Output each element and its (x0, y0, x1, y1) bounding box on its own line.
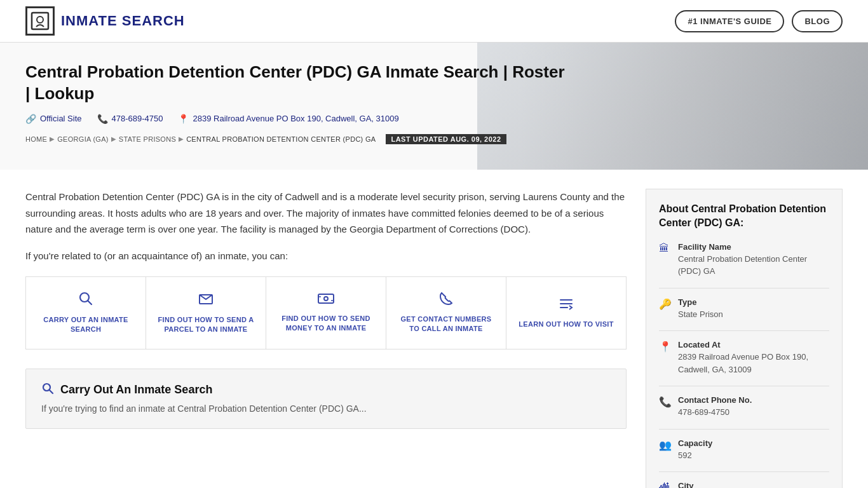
address-item: 📍 2839 Railroad Avenue PO Box 190, Cadwe… (178, 114, 398, 124)
divider-3 (659, 386, 829, 386)
svg-point-1 (37, 17, 43, 23)
phone-call-icon (439, 292, 453, 308)
section-title: Carry Out An Inmate Search (60, 383, 212, 396)
info-row-phone: 📞 Contact Phone No. 478-689-4750 (659, 395, 829, 419)
description-p2: If you're related to (or an acquaintance… (25, 248, 627, 264)
breadcrumb-sep-1: ▶ (50, 135, 55, 142)
breadcrumb-category[interactable]: STATE PRISONS (119, 135, 176, 143)
facility-icon: 🏛 (659, 243, 672, 254)
logo-label: INMATE SEARCH (61, 13, 185, 29)
section-search-icon (41, 382, 54, 398)
type-label: Type (678, 297, 723, 307)
city-icon: 🏙 (659, 482, 672, 488)
hero-meta: 🔗 Official Site 📞 478-689-4750 📍 2839 Ra… (25, 114, 843, 124)
inmate-search-section: Carry Out An Inmate Search If you're try… (25, 369, 627, 429)
left-column: Central Probation Detention Center (PDC)… (25, 189, 627, 488)
info-row-city: 🏙 City Cadwell (659, 481, 829, 488)
action-card-parcel-label: FIND OUT HOW TO SEND A PARCEL TO AN INMA… (155, 315, 257, 335)
sidebar-title: About Central Probation Detention Center… (659, 202, 829, 231)
info-row-type: 🔑 Type State Prison (659, 297, 829, 321)
action-card-search-label: CARRY OUT AN INMATE SEARCH (35, 315, 137, 335)
section-body: If you're trying to find an inmate at Ce… (41, 402, 611, 416)
type-icon: 🔑 (659, 298, 672, 310)
city-label: City (678, 481, 707, 488)
action-card-visit[interactable]: LEARN OUT HOW TO VISIT (506, 277, 626, 349)
description-p1: Central Probation Detention Center (PDC)… (25, 189, 627, 238)
blog-button[interactable]: BLOG (792, 10, 843, 32)
description: Central Probation Detention Center (PDC)… (25, 189, 627, 264)
sidebar-box: About Central Probation Detention Center… (646, 189, 843, 488)
capacity-value: 592 (678, 449, 712, 462)
action-card-money-label: FIND OUT HOW TO SEND MONEY TO AN INMATE (275, 314, 377, 334)
action-cards: CARRY OUT AN INMATE SEARCH FIND OUT HOW … (25, 276, 627, 349)
facility-label: Facility Name (678, 242, 829, 252)
divider-4 (659, 429, 829, 430)
divider-1 (659, 288, 829, 288)
official-site-label: Official Site (40, 114, 82, 123)
page-title: Central Probation Detention Center (PDC)… (25, 62, 566, 105)
city-content: City Cadwell (678, 481, 707, 488)
section-header: Carry Out An Inmate Search (41, 382, 611, 398)
action-card-contact-label: GET CONTACT NUMBERS TO CALL AN INMATE (395, 315, 497, 334)
phone-sidebar-icon: 📞 (659, 396, 672, 408)
phone-value: 478-689-4750 (678, 406, 752, 419)
site-logo[interactable]: INMATE SEARCH (25, 6, 185, 36)
info-row-facility: 🏛 Facility Name Central Probation Detent… (659, 242, 829, 278)
info-row-capacity: 👥 Capacity 592 (659, 438, 829, 462)
facility-value: Central Probation Detention Center (PDC)… (678, 253, 829, 278)
logo-icon (25, 6, 55, 36)
action-card-search[interactable]: CARRY OUT AN INMATE SEARCH (26, 277, 146, 349)
facility-content: Facility Name Central Probation Detentio… (678, 242, 829, 278)
money-icon (318, 292, 334, 308)
link-icon: 🔗 (25, 114, 36, 124)
main-content: Central Probation Detention Center (PDC)… (0, 170, 868, 488)
capacity-label: Capacity (678, 438, 712, 448)
sidebar: About Central Probation Detention Center… (646, 189, 843, 488)
svg-point-6 (324, 297, 328, 301)
location-value: 2839 Railroad Avenue PO Box 190, Cadwell… (678, 351, 829, 376)
location-pin-icon: 📍 (659, 341, 672, 353)
svg-rect-0 (32, 13, 48, 29)
breadcrumb-updated: LAST UPDATED AUG. 09, 2022 (386, 134, 506, 144)
action-card-contact[interactable]: GET CONTACT NUMBERS TO CALL AN INMATE (386, 277, 506, 349)
phone-content: Contact Phone No. 478-689-4750 (678, 395, 752, 419)
breadcrumb-sep-3: ▶ (179, 135, 184, 142)
phone-label: Contact Phone No. (678, 395, 752, 405)
address-text: 2839 Railroad Avenue PO Box 190, Cadwell… (193, 114, 398, 123)
breadcrumb-home[interactable]: HOME (25, 135, 47, 143)
capacity-content: Capacity 592 (678, 438, 712, 462)
breadcrumb-state[interactable]: GEORGIA (GA) (57, 135, 109, 143)
capacity-icon: 👥 (659, 439, 672, 451)
parcel-icon (198, 291, 214, 309)
breadcrumb-current: CENTRAL PROBATION DETENTION CENTER (PDC)… (186, 135, 376, 143)
svg-line-13 (50, 390, 53, 393)
official-site-link[interactable]: 🔗 Official Site (25, 114, 82, 124)
search-icon (78, 291, 93, 309)
action-card-visit-label: LEARN OUT HOW TO VISIT (519, 320, 613, 329)
phone-icon: 📞 (97, 114, 108, 124)
guide-button[interactable]: #1 INMATE'S GUIDE (675, 10, 784, 32)
svg-line-3 (88, 301, 92, 305)
divider-2 (659, 330, 829, 331)
info-row-location: 📍 Located At 2839 Railroad Avenue PO Box… (659, 340, 829, 376)
site-header: INMATE SEARCH #1 INMATE'S GUIDE BLOG (0, 0, 868, 43)
phone-link[interactable]: 📞 478-689-4750 (97, 114, 163, 124)
breadcrumb-sep-2: ▶ (111, 135, 116, 142)
action-card-parcel[interactable]: FIND OUT HOW TO SEND A PARCEL TO AN INMA… (146, 277, 266, 349)
location-label: Located At (678, 340, 829, 349)
breadcrumb: HOME ▶ GEORGIA (GA) ▶ STATE PRISONS ▶ CE… (25, 134, 843, 144)
svg-rect-5 (318, 294, 334, 303)
hero-content: Central Probation Detention Center (PDC)… (25, 62, 843, 144)
action-card-money[interactable]: FIND OUT HOW TO SEND MONEY TO AN INMATE (266, 277, 386, 349)
type-value: State Prison (678, 308, 723, 321)
divider-5 (659, 471, 829, 472)
type-content: Type State Prison (678, 297, 723, 321)
hero-section: Central Probation Detention Center (PDC)… (0, 43, 868, 170)
location-content: Located At 2839 Railroad Avenue PO Box 1… (678, 340, 829, 376)
visit-icon (559, 297, 574, 313)
header-nav: #1 INMATE'S GUIDE BLOG (675, 10, 843, 32)
location-icon: 📍 (178, 114, 189, 124)
phone-number: 478-689-4750 (112, 114, 163, 123)
